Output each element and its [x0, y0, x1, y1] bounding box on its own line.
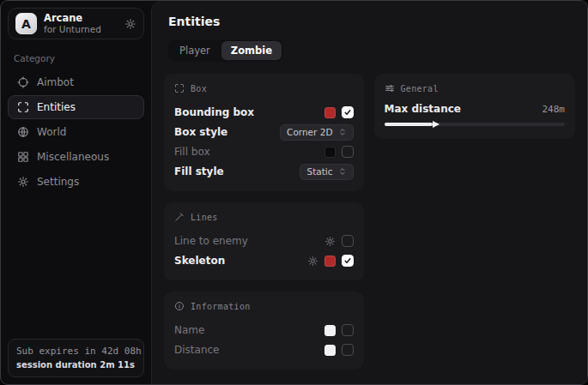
card-box-header: Box [174, 83, 354, 93]
row-label: Skeleton [174, 255, 225, 267]
gear-icon [17, 176, 29, 188]
fill-style-select[interactable]: Static [300, 164, 353, 180]
row-fill-style: Fill style Static [174, 162, 354, 181]
brand-box: A Arcane for Unturned [8, 8, 144, 39]
card-title: General [401, 84, 439, 93]
card-title: Box [191, 84, 207, 93]
page-title: Entities [168, 15, 575, 28]
fill-box-checkbox[interactable] [342, 146, 354, 158]
row-label: Fill style [174, 165, 224, 177]
row-line-to-enemy: Line to enemy [174, 232, 354, 250]
app-logo: A [15, 13, 37, 34]
pencil-line-icon [174, 212, 185, 222]
card-box: Box Bounding box [164, 74, 364, 191]
session-duration-text: session duration 2m 11s [16, 358, 136, 371]
sidebar-item-world[interactable]: World [8, 120, 144, 144]
row-label: Bounding box [174, 106, 254, 118]
scan-icon [17, 101, 29, 113]
line-to-enemy-checkbox[interactable] [342, 235, 354, 247]
select-value: Corner 2D [287, 127, 332, 137]
sidebar-item-label: World [37, 126, 66, 138]
color-swatch[interactable] [324, 256, 336, 267]
crosshair-icon [17, 76, 29, 88]
tab-player[interactable]: Player [170, 41, 220, 60]
main-panel: Entities Player Zombie Box Bounding box [151, 1, 587, 384]
row-label: Name [174, 324, 204, 336]
gear-icon[interactable] [307, 256, 318, 267]
tab-bar: Player Zombie [168, 39, 283, 62]
chevrons-up-down-icon [338, 167, 347, 176]
row-label: Box style [174, 126, 227, 138]
card-lines: Lines Line to enemy [164, 202, 364, 280]
name-checkbox[interactable] [342, 324, 354, 336]
scan-icon [174, 83, 185, 93]
row-skeleton: Skeleton [174, 251, 354, 270]
sidebar-item-label: Miscellaneous [37, 151, 109, 163]
card-title: Lines [191, 213, 218, 222]
card-general: General Max distance 248m [374, 74, 575, 139]
sidebar-item-label: Settings [37, 176, 79, 188]
row-name: Name [174, 321, 354, 340]
tab-label: Zombie [231, 45, 272, 57]
row-box-style: Box style Corner 2D [174, 123, 354, 141]
row-fill-box: Fill box [174, 142, 354, 161]
chevrons-up-down-icon [338, 128, 347, 136]
slider-fill [385, 123, 433, 126]
gear-icon[interactable] [324, 236, 336, 247]
sub-expiry-text: Sub expires in 42d 08h [16, 345, 136, 359]
sidebar: A Arcane for Unturned Category Aimbot En… [1, 1, 151, 384]
gear-icon[interactable] [124, 18, 136, 30]
distance-checkbox[interactable] [342, 344, 354, 356]
card-title: Information [191, 302, 251, 311]
sidebar-item-settings[interactable]: Settings [8, 170, 144, 194]
app-name: Arcane [44, 13, 118, 24]
row-distance: Distance [174, 340, 354, 359]
sidebar-item-label: Entities [37, 101, 76, 113]
row-bounding-box: Bounding box [174, 103, 354, 122]
globe-icon [17, 126, 29, 138]
row-label: Max distance [385, 103, 461, 115]
select-value: Static [306, 166, 332, 177]
box-style-select[interactable]: Corner 2D [280, 124, 353, 141]
sliders-icon [385, 83, 395, 93]
app-window: A Arcane for Unturned Category Aimbot En… [0, 0, 588, 385]
color-swatch[interactable] [324, 147, 336, 158]
sidebar-item-entities[interactable]: Entities [8, 95, 144, 119]
tab-zombie[interactable]: Zombie [221, 41, 282, 60]
max-distance-value: 248m [543, 104, 566, 115]
card-lines-header: Lines [174, 212, 354, 222]
brand-text: Arcane for Unturned [44, 13, 118, 34]
row-label: Fill box [174, 146, 210, 158]
app-subtitle: for Unturned [44, 24, 118, 34]
row-label: Distance [174, 344, 219, 356]
sidebar-item-aimbot[interactable]: Aimbot [8, 70, 144, 94]
color-swatch[interactable] [324, 325, 336, 336]
row-max-distance: Max distance 248m [385, 103, 565, 115]
color-swatch[interactable] [324, 345, 336, 356]
check-icon [343, 108, 352, 117]
sidebar-item-label: Aimbot [37, 76, 74, 88]
sidebar-item-miscellaneous[interactable]: Miscellaneous [8, 145, 144, 169]
category-label: Category [14, 53, 144, 63]
row-label: Line to enemy [174, 235, 248, 247]
color-swatch[interactable] [324, 107, 336, 118]
card-information: Information Name [164, 292, 364, 370]
card-information-header: Information [174, 301, 354, 311]
bounding-box-checkbox[interactable] [342, 106, 354, 118]
tab-label: Player [179, 45, 210, 57]
info-icon [174, 301, 185, 311]
skeleton-checkbox[interactable] [342, 255, 354, 267]
subscription-info-box: Sub expires in 42d 08h session duration … [8, 339, 144, 378]
grid-icon [17, 151, 29, 163]
max-distance-slider[interactable] [385, 120, 565, 129]
check-icon [343, 256, 352, 265]
card-general-header: General [385, 83, 565, 93]
slider-thumb[interactable] [433, 121, 439, 128]
